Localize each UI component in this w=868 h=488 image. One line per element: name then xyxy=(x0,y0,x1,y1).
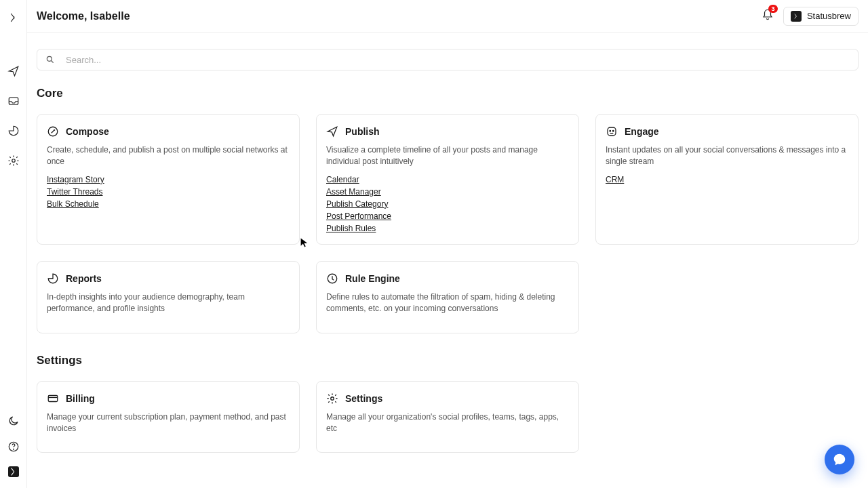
theme-toggle-icon[interactable] xyxy=(7,415,20,430)
card-desc: Create, schedule, and publish a post on … xyxy=(47,144,290,168)
card-desc: Manage your current subscription plan, p… xyxy=(47,411,290,435)
notif-badge: 3 xyxy=(768,5,778,13)
svg-point-3 xyxy=(13,449,14,449)
card-title: Publish xyxy=(345,126,380,137)
svg-point-7 xyxy=(610,131,611,132)
card-settings[interactable]: Settings Manage all your organization's … xyxy=(316,381,579,453)
card-desc: Visualize a complete timeline of all you… xyxy=(326,144,569,168)
topbar: Welcome, Isabelle 3 Statusbrew xyxy=(27,0,868,33)
link-bulk-schedule[interactable]: Bulk Schedule xyxy=(47,199,99,209)
gear-icon xyxy=(326,392,338,405)
engage-icon xyxy=(606,125,618,138)
link-publish-category[interactable]: Publish Category xyxy=(326,199,388,209)
chat-icon xyxy=(832,452,847,467)
card-title: Rule Engine xyxy=(345,273,400,284)
chat-launcher[interactable] xyxy=(825,445,854,474)
card-title: Settings xyxy=(345,393,382,404)
svg-rect-0 xyxy=(9,98,18,105)
compose-icon xyxy=(47,125,59,138)
link-publish-rules[interactable]: Publish Rules xyxy=(326,224,376,233)
help-icon[interactable] xyxy=(7,441,20,455)
svg-point-11 xyxy=(331,396,334,400)
link-post-performance[interactable]: Post Performance xyxy=(326,211,391,221)
card-desc: Define rules to automate the filtration … xyxy=(326,291,569,315)
workspace-icon[interactable] xyxy=(8,466,19,477)
nav-inbox-icon[interactable] xyxy=(7,95,20,110)
workspace-switcher[interactable]: Statusbrew xyxy=(783,7,859,26)
nav-reports-icon[interactable] xyxy=(7,125,20,140)
svg-rect-6 xyxy=(608,127,616,136)
card-title: Engage xyxy=(625,126,659,137)
app-logo-icon[interactable] xyxy=(7,11,20,24)
page-title: Welcome, Isabelle xyxy=(37,10,130,22)
section-settings-title: Settings xyxy=(37,354,859,367)
card-compose[interactable]: Compose Create, schedule, and publish a … xyxy=(37,114,300,245)
svg-rect-10 xyxy=(48,395,58,401)
card-title: Compose xyxy=(66,126,109,137)
card-desc: Instant updates on all your social conve… xyxy=(606,144,848,168)
sidebar xyxy=(0,0,27,488)
notifications-button[interactable]: 3 xyxy=(762,9,774,24)
card-desc: Manage all your organization's social pr… xyxy=(326,411,569,435)
nav-settings-icon[interactable] xyxy=(7,155,20,169)
nav-publish-icon[interactable] xyxy=(7,65,20,80)
card-rule-engine[interactable]: Rule Engine Define rules to automate the… xyxy=(316,261,579,333)
section-core-title: Core xyxy=(37,87,859,100)
rule-icon xyxy=(326,272,338,285)
link-calendar[interactable]: Calendar xyxy=(326,175,359,184)
card-title: Reports xyxy=(66,273,102,284)
card-billing[interactable]: Billing Manage your current subscription… xyxy=(37,381,300,453)
search-input[interactable] xyxy=(66,55,850,65)
card-engage[interactable]: Engage Instant updates on all your socia… xyxy=(595,114,859,245)
search-icon xyxy=(45,55,55,64)
billing-icon xyxy=(47,392,59,405)
card-reports[interactable]: Reports In-depth insights into your audi… xyxy=(37,261,300,333)
search-bar[interactable] xyxy=(37,49,859,70)
link-crm[interactable]: CRM xyxy=(606,175,624,184)
link-asset-manager[interactable]: Asset Manager xyxy=(326,187,381,197)
svg-point-1 xyxy=(12,159,15,163)
publish-icon xyxy=(326,125,338,138)
workspace-name: Statusbrew xyxy=(807,11,851,21)
card-publish[interactable]: Publish Visualize a complete timeline of… xyxy=(316,114,579,245)
svg-point-8 xyxy=(613,131,614,132)
reports-icon xyxy=(47,272,59,285)
card-title: Billing xyxy=(66,393,95,404)
svg-point-4 xyxy=(47,56,52,61)
link-twitter-threads[interactable]: Twitter Threads xyxy=(47,187,102,197)
main-content: Core Compose Create, schedule, and publi… xyxy=(27,33,868,488)
link-instagram-story[interactable]: Instagram Story xyxy=(47,175,104,184)
card-desc: In-depth insights into your audience dem… xyxy=(47,291,290,315)
